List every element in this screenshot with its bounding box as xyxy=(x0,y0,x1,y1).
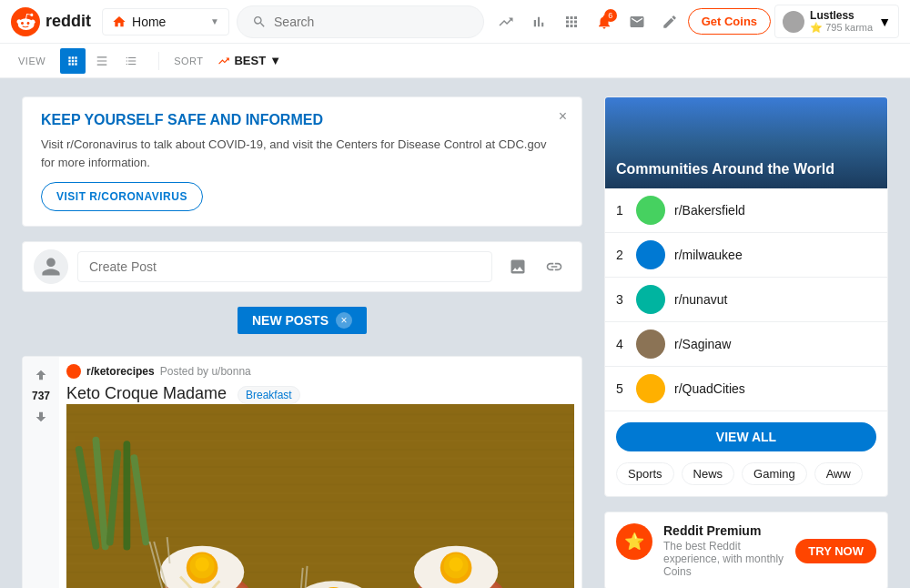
downvote-button[interactable] xyxy=(30,406,52,428)
mail-button[interactable] xyxy=(622,7,652,36)
sort-label: SORT xyxy=(174,56,203,66)
community-name: r/Bakersfield xyxy=(674,203,745,218)
post-card: 737 r/ketorecipes Posted by u/bonna Keto… xyxy=(22,356,582,588)
user-info: Lustless ⭐ 795 karma xyxy=(810,9,873,34)
community-icon xyxy=(636,240,665,269)
feed-column: × KEEP YOURSELF SAFE AND INFORMED Visit … xyxy=(22,96,582,588)
community-icon xyxy=(636,374,665,403)
community-icon xyxy=(636,329,665,359)
header-icons: 6 Get Coins Lustless ⭐ 795 karma ▼ xyxy=(491,5,899,38)
home-dropdown[interactable]: Home ▼ xyxy=(102,8,229,35)
community-rank: 5 xyxy=(616,381,627,396)
tag-pill[interactable]: Gaming xyxy=(742,462,807,485)
communities-title: Communities Around the World xyxy=(616,161,834,177)
post-content: r/ketorecipes Posted by u/bonna Keto Cro… xyxy=(59,357,581,588)
link-button[interactable] xyxy=(538,250,571,283)
alert-text: Visit r/Coronavirus to talk about COVID-… xyxy=(41,136,563,171)
new-posts-label: NEW POSTS xyxy=(252,313,329,328)
premium-description: The best Reddit experience, with monthly… xyxy=(663,540,784,578)
compact-view-button[interactable] xyxy=(89,48,115,74)
image-upload-button[interactable] xyxy=(501,250,534,283)
vote-count: 737 xyxy=(32,390,50,402)
stats-button[interactable] xyxy=(524,7,553,36)
view-icons xyxy=(60,48,144,74)
new-posts-wrapper: NEW POSTS × xyxy=(22,307,582,341)
trending-button[interactable] xyxy=(491,7,521,36)
community-rank: 3 xyxy=(616,292,627,307)
upvote-button[interactable] xyxy=(30,364,52,386)
food-image-svg xyxy=(66,404,574,588)
user-menu[interactable]: Lustless ⭐ 795 karma ▼ xyxy=(774,5,899,38)
tag-pill[interactable]: Aww xyxy=(814,462,863,485)
subreddit-icon xyxy=(66,364,81,379)
community-item[interactable]: 4 r/Saginaw xyxy=(605,322,887,367)
svg-point-24 xyxy=(195,557,208,571)
community-icon xyxy=(636,285,665,314)
post-title: Keto Croque Madame xyxy=(66,384,227,402)
community-name: r/QuadCities xyxy=(674,381,745,396)
post-meta: r/ketorecipes Posted by u/bonna xyxy=(66,364,574,379)
card-view-button[interactable] xyxy=(60,48,86,74)
community-item[interactable]: 1 r/Bakersfield xyxy=(605,188,887,233)
community-name: r/Saginaw xyxy=(674,337,731,351)
community-item[interactable]: 2 r/milwaukee xyxy=(605,233,887,278)
notification-button[interactable]: 6 xyxy=(590,7,619,36)
community-rank: 2 xyxy=(616,248,627,262)
communities-button[interactable] xyxy=(557,7,586,36)
sort-dropdown[interactable]: BEST ▼ xyxy=(217,54,281,67)
premium-icon: ⭐ xyxy=(616,523,652,560)
premium-title: Reddit Premium xyxy=(663,523,784,538)
community-item[interactable]: 5 r/QuadCities xyxy=(605,367,887,411)
create-post-actions xyxy=(501,250,571,283)
get-coins-button[interactable]: Get Coins xyxy=(688,8,771,35)
sort-icon xyxy=(217,55,230,67)
main-content: × KEEP YOURSELF SAFE AND INFORMED Visit … xyxy=(0,78,910,588)
community-rank: 1 xyxy=(616,203,627,218)
logo-area[interactable]: reddit xyxy=(11,7,91,36)
search-input[interactable] xyxy=(274,15,469,29)
notification-badge: 6 xyxy=(604,9,617,22)
create-post-input[interactable] xyxy=(77,251,492,282)
new-posts-bar[interactable]: NEW POSTS × xyxy=(238,307,367,334)
pencil-button[interactable] xyxy=(655,7,684,36)
create-post-bar xyxy=(22,241,582,292)
tag-pill[interactable]: News xyxy=(682,462,735,485)
post-author: Posted by u/bonna xyxy=(160,365,251,378)
community-item[interactable]: 3 r/nunavut xyxy=(605,278,887,322)
alert-close-button[interactable]: × xyxy=(559,108,567,125)
user-karma: ⭐ 795 karma xyxy=(810,22,873,34)
search-bar[interactable] xyxy=(237,5,484,38)
svg-rect-9 xyxy=(124,441,131,550)
sidebar: Communities Around the World 1 r/Bakersf… xyxy=(604,96,888,588)
sort-value: BEST xyxy=(234,54,266,67)
user-chevron-icon: ▼ xyxy=(878,15,891,29)
list-view-button[interactable] xyxy=(118,48,144,74)
communities-card: Communities Around the World 1 r/Bakersf… xyxy=(604,96,888,497)
communities-list: 1 r/Bakersfield 2 r/milwaukee 3 r/nunavu… xyxy=(605,188,887,411)
sort-chevron-icon: ▼ xyxy=(269,54,281,67)
chevron-down-icon: ▼ xyxy=(210,16,219,26)
home-label: Home xyxy=(132,15,166,29)
reddit-wordmark: reddit xyxy=(46,12,91,31)
community-icon xyxy=(636,196,665,225)
vote-column: 737 xyxy=(23,357,59,588)
svg-point-30 xyxy=(449,557,462,571)
alert-title: KEEP YOURSELF SAFE AND INFORMED xyxy=(41,112,563,128)
karma-star-icon: ⭐ xyxy=(810,22,823,33)
new-posts-close-button[interactable]: × xyxy=(336,312,352,329)
header: reddit Home ▼ 6 Get xyxy=(0,0,910,44)
community-name: r/nunavut xyxy=(674,292,727,307)
tag-pill[interactable]: Sports xyxy=(616,462,674,485)
visit-coronavirus-button[interactable]: VISIT R/CORONAVIRUS xyxy=(41,182,203,211)
view-all-button[interactable]: VIEW ALL xyxy=(616,422,876,451)
post-flair[interactable]: Breakfast xyxy=(238,386,300,404)
try-now-button[interactable]: TRY NOW xyxy=(795,539,876,563)
user-avatar xyxy=(783,11,804,33)
reddit-logo-icon xyxy=(11,7,40,36)
subreddit-name[interactable]: r/ketorecipes xyxy=(86,365,155,378)
username: Lustless xyxy=(810,9,873,22)
view-label: VIEW xyxy=(18,56,46,66)
search-icon xyxy=(252,15,267,29)
sub-header: VIEW SORT BEST ▼ xyxy=(0,44,910,78)
community-rank: 4 xyxy=(616,337,627,351)
